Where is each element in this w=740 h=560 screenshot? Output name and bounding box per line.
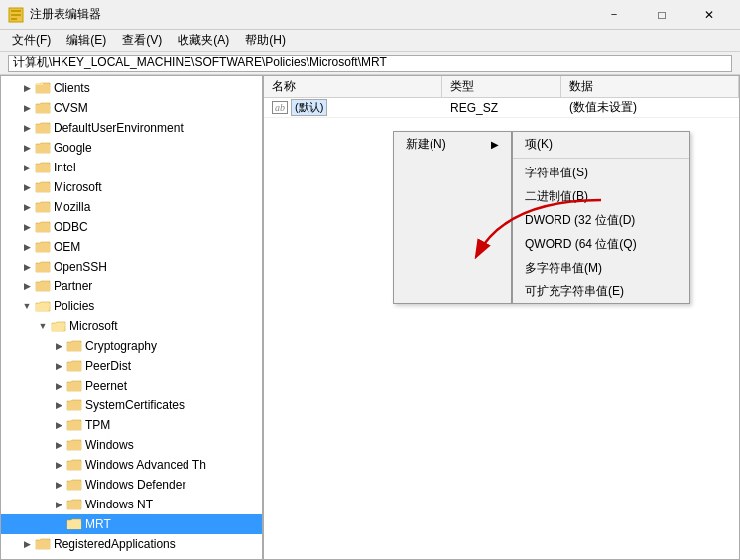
tree-item-clients[interactable]: Clients: [1, 78, 262, 98]
tree-item-policies[interactable]: Policies: [1, 296, 262, 316]
tree-item-policies-microsoft[interactable]: Microsoft: [1, 316, 262, 336]
ctx-new-item[interactable]: 新建(N) ▶: [394, 132, 511, 156]
tree-item-mrt[interactable]: MRT: [1, 514, 262, 534]
ctx-item-multistring[interactable]: 多字符串值(M): [513, 256, 689, 280]
ctx-item-label: 二进制值(B): [525, 188, 588, 205]
app-icon: [8, 7, 24, 23]
collapse-arrow: [19, 120, 35, 136]
tree-item-cryptography[interactable]: Cryptography: [1, 336, 262, 356]
default-name-badge: (默认): [291, 99, 327, 116]
collapse-arrow: [19, 239, 35, 255]
folder-icon: [66, 457, 82, 473]
col-header-type[interactable]: 类型: [442, 76, 561, 97]
collapse-arrow: [19, 179, 35, 195]
collapse-arrow: [19, 259, 35, 275]
tree-item-tpm[interactable]: TPM: [1, 415, 262, 435]
ctx-item-string[interactable]: 字符串值(S): [513, 161, 689, 184]
tree-label: Cryptography: [85, 339, 157, 353]
menu-file[interactable]: 文件(F): [4, 30, 59, 51]
tree-label: DefaultUserEnvironment: [54, 121, 184, 135]
folder-icon: [35, 179, 51, 195]
folder-icon: [66, 378, 82, 393]
tree-item-peerdist[interactable]: PeerDist: [1, 356, 262, 376]
ctx-item-label: 项(K): [525, 136, 553, 153]
tree-item-google[interactable]: Google: [1, 138, 262, 158]
collapse-arrow: [19, 536, 35, 552]
col-header-name[interactable]: 名称: [264, 76, 442, 97]
tree-item-windows-adv[interactable]: Windows Advanced Th: [1, 455, 262, 475]
ctx-item-label: QWORD (64 位值(Q): [525, 236, 637, 253]
close-button[interactable]: ✕: [686, 0, 732, 30]
tree-item-partner[interactable]: Partner: [1, 277, 262, 296]
ctx-item-label: 可扩充字符串值(E): [525, 283, 624, 300]
collapse-arrow: [51, 397, 66, 413]
collapse-arrow: [19, 199, 35, 215]
maximize-button[interactable]: □: [639, 0, 684, 30]
tree-item-mozilla[interactable]: Mozilla: [1, 197, 262, 217]
ctx-item-label: DWORD (32 位值(D): [525, 212, 635, 229]
tree-label: Windows: [85, 438, 134, 452]
new-submenu-trigger[interactable]: 新建(N) ▶: [393, 131, 512, 304]
tree-item-regapps[interactable]: RegisteredApplications: [1, 534, 262, 554]
tree-item-windows-nt[interactable]: Windows NT: [1, 495, 262, 514]
tree-item-intel[interactable]: Intel: [1, 158, 262, 177]
tree-label: Intel: [54, 161, 76, 174]
ctx-item-binary[interactable]: 二进制值(B): [513, 184, 689, 208]
ctx-item-k[interactable]: 项(K): [513, 132, 689, 156]
tree-label: Windows NT: [85, 498, 153, 511]
svg-rect-3: [11, 18, 17, 20]
expand-arrow: [19, 298, 35, 314]
collapse-arrow: [51, 477, 66, 493]
address-bar: 计算机\HKEY_LOCAL_MACHINE\SOFTWARE\Policies…: [0, 52, 740, 75]
col-header-data[interactable]: 数据: [561, 76, 739, 97]
tree-item-cvsm[interactable]: CVSM: [1, 98, 262, 118]
tree-item-peernet[interactable]: Peernet: [1, 376, 262, 395]
folder-icon: [35, 140, 51, 156]
tree-label: Mozilla: [54, 200, 90, 214]
tree-label: OpenSSH: [54, 260, 107, 274]
collapse-arrow: [19, 80, 35, 96]
tree-item-microsoft-top[interactable]: Microsoft: [1, 177, 262, 197]
menu-favorites[interactable]: 收藏夹(A): [170, 30, 237, 51]
menu-view[interactable]: 查看(V): [114, 30, 170, 51]
expand-arrow: [35, 318, 51, 334]
ctx-separator: [513, 158, 689, 159]
tree-item-windows-def[interactable]: Windows Defender: [1, 475, 262, 495]
collapse-arrow: [51, 457, 66, 473]
tree-label: TPM: [85, 418, 110, 432]
tree-item-defaultuserenv[interactable]: DefaultUserEnvironment: [1, 118, 262, 138]
ctx-item-dword[interactable]: DWORD (32 位值(D): [513, 208, 689, 232]
folder-icon: [66, 358, 82, 374]
tree-item-windows[interactable]: Windows: [1, 435, 262, 455]
minimize-button[interactable]: －: [591, 0, 637, 30]
folder-icon: [35, 100, 51, 116]
menu-edit[interactable]: 编辑(E): [59, 30, 114, 51]
tree-item-openssh[interactable]: OpenSSH: [1, 257, 262, 277]
submenu-arrow-icon: ▶: [491, 139, 499, 150]
tree-item-odbc[interactable]: ODBC: [1, 217, 262, 237]
folder-icon: [35, 536, 51, 552]
tree-item-oem[interactable]: OEM: [1, 237, 262, 257]
folder-icon: [66, 417, 82, 433]
registry-name-cell: ab (默认): [264, 99, 442, 116]
title-bar: 注册表编辑器 － □ ✕: [0, 0, 740, 30]
ctx-item-qword[interactable]: QWORD (64 位值(Q): [513, 232, 689, 256]
tree-item-systemcerts[interactable]: SystemCertificates: [1, 395, 262, 415]
title-bar-left: 注册表编辑器: [8, 6, 101, 23]
menu-help[interactable]: 帮助(H): [237, 30, 294, 51]
collapse-arrow: [19, 219, 35, 235]
ctx-item-label: 多字符串值(M): [525, 260, 602, 277]
address-path[interactable]: 计算机\HKEY_LOCAL_MACHINE\SOFTWARE\Policies…: [8, 55, 732, 72]
tree-label: OEM: [54, 240, 80, 254]
registry-row-default[interactable]: ab (默认) REG_SZ (数值未设置): [264, 98, 739, 118]
folder-icon: [35, 120, 51, 136]
ab-icon: ab: [272, 101, 288, 114]
ctx-item-label: 字符串值(S): [525, 165, 588, 181]
folder-icon: [35, 279, 51, 294]
context-submenu: 项(K) 字符串值(S) 二进制值(B) DWORD (32 位值(D) QWO…: [512, 131, 690, 304]
folder-icon: [66, 497, 82, 512]
folder-open-icon: [51, 318, 66, 334]
tree-label: Peernet: [85, 379, 127, 392]
folder-icon: [66, 397, 82, 413]
ctx-item-expandstring[interactable]: 可扩充字符串值(E): [513, 280, 689, 303]
